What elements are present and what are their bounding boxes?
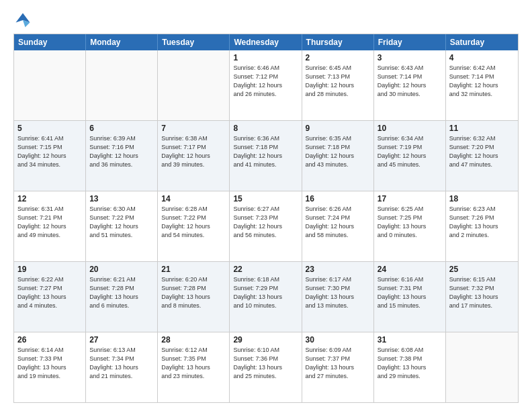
day-number: 12 (17, 194, 82, 203)
day-info: Sunrise: 6:20 AM Sunset: 7:28 PM Dayligh… (161, 275, 226, 310)
day-info: Sunrise: 6:30 AM Sunset: 7:22 PM Dayligh… (89, 205, 154, 240)
day-cell-13: 13Sunrise: 6:30 AM Sunset: 7:22 PM Dayli… (86, 191, 158, 261)
day-headers-row: SundayMondayTuesdayWednesdayThursdayFrid… (14, 34, 518, 50)
day-info: Sunrise: 6:32 AM Sunset: 7:20 PM Dayligh… (449, 134, 515, 169)
header (13, 11, 519, 30)
day-number: 23 (306, 265, 370, 274)
day-info: Sunrise: 6:14 AM Sunset: 7:33 PM Dayligh… (17, 346, 82, 381)
day-header-monday: Monday (86, 34, 158, 50)
day-cell-21: 21Sunrise: 6:20 AM Sunset: 7:28 PM Dayli… (158, 262, 230, 332)
week-row-4: 19Sunrise: 6:22 AM Sunset: 7:27 PM Dayli… (14, 262, 518, 332)
logo (13, 11, 35, 30)
day-header-tuesday: Tuesday (158, 34, 230, 50)
day-number: 30 (306, 335, 370, 345)
day-cell-8: 8Sunrise: 6:36 AM Sunset: 7:18 PM Daylig… (230, 121, 302, 191)
day-info: Sunrise: 6:35 AM Sunset: 7:18 PM Dayligh… (306, 134, 370, 169)
day-info: Sunrise: 6:23 AM Sunset: 7:26 PM Dayligh… (449, 205, 515, 240)
day-cell-4: 4Sunrise: 6:42 AM Sunset: 7:14 PM Daylig… (446, 50, 518, 120)
day-cell-30: 30Sunrise: 6:09 AM Sunset: 7:37 PM Dayli… (302, 332, 374, 402)
day-cell-25: 25Sunrise: 6:15 AM Sunset: 7:32 PM Dayli… (446, 262, 518, 332)
day-header-friday: Friday (374, 34, 446, 50)
day-info: Sunrise: 6:26 AM Sunset: 7:24 PM Dayligh… (306, 205, 370, 240)
day-number: 9 (306, 124, 370, 133)
day-number: 5 (17, 124, 82, 133)
day-number: 7 (161, 124, 226, 133)
day-cell-9: 9Sunrise: 6:35 AM Sunset: 7:18 PM Daylig… (302, 121, 374, 191)
day-info: Sunrise: 6:36 AM Sunset: 7:18 PM Dayligh… (233, 134, 298, 169)
day-number: 28 (161, 335, 226, 345)
day-info: Sunrise: 6:45 AM Sunset: 7:13 PM Dayligh… (306, 64, 370, 99)
day-number: 18 (449, 194, 515, 203)
day-info: Sunrise: 6:22 AM Sunset: 7:27 PM Dayligh… (17, 275, 82, 310)
day-info: Sunrise: 6:38 AM Sunset: 7:17 PM Dayligh… (161, 134, 226, 169)
day-number: 1 (233, 53, 298, 62)
day-number: 20 (89, 265, 154, 274)
empty-day-cell (14, 50, 86, 120)
day-cell-5: 5Sunrise: 6:41 AM Sunset: 7:15 PM Daylig… (14, 121, 86, 191)
day-number: 8 (233, 124, 298, 133)
day-header-sunday: Sunday (14, 34, 86, 50)
calendar: SundayMondayTuesdayWednesdayThursdayFrid… (13, 34, 519, 403)
svg-marker-0 (16, 13, 30, 23)
day-number: 24 (378, 265, 442, 274)
day-cell-10: 10Sunrise: 6:34 AM Sunset: 7:19 PM Dayli… (374, 121, 446, 191)
day-cell-26: 26Sunrise: 6:14 AM Sunset: 7:33 PM Dayli… (14, 332, 86, 402)
day-cell-16: 16Sunrise: 6:26 AM Sunset: 7:24 PM Dayli… (302, 191, 374, 261)
day-info: Sunrise: 6:31 AM Sunset: 7:21 PM Dayligh… (17, 205, 82, 240)
day-info: Sunrise: 6:18 AM Sunset: 7:29 PM Dayligh… (233, 275, 298, 310)
day-cell-14: 14Sunrise: 6:28 AM Sunset: 7:22 PM Dayli… (158, 191, 230, 261)
day-info: Sunrise: 6:16 AM Sunset: 7:31 PM Dayligh… (378, 275, 442, 310)
day-cell-18: 18Sunrise: 6:23 AM Sunset: 7:26 PM Dayli… (446, 191, 518, 261)
day-number: 2 (306, 53, 370, 62)
day-number: 19 (17, 265, 82, 274)
day-info: Sunrise: 6:27 AM Sunset: 7:23 PM Dayligh… (233, 205, 298, 240)
day-cell-24: 24Sunrise: 6:16 AM Sunset: 7:31 PM Dayli… (374, 262, 446, 332)
week-row-1: 1Sunrise: 6:46 AM Sunset: 7:12 PM Daylig… (14, 50, 518, 121)
day-info: Sunrise: 6:08 AM Sunset: 7:38 PM Dayligh… (378, 346, 442, 381)
day-number: 17 (378, 194, 442, 203)
day-number: 13 (89, 194, 154, 203)
day-header-saturday: Saturday (446, 34, 518, 50)
week-row-3: 12Sunrise: 6:31 AM Sunset: 7:21 PM Dayli… (14, 191, 518, 262)
calendar-body: 1Sunrise: 6:46 AM Sunset: 7:12 PM Daylig… (14, 50, 518, 402)
day-cell-27: 27Sunrise: 6:13 AM Sunset: 7:34 PM Dayli… (86, 332, 158, 402)
day-cell-20: 20Sunrise: 6:21 AM Sunset: 7:28 PM Dayli… (86, 262, 158, 332)
week-row-5: 26Sunrise: 6:14 AM Sunset: 7:33 PM Dayli… (14, 332, 518, 402)
empty-day-cell (158, 50, 230, 120)
day-cell-11: 11Sunrise: 6:32 AM Sunset: 7:20 PM Dayli… (446, 121, 518, 191)
day-cell-31: 31Sunrise: 6:08 AM Sunset: 7:38 PM Dayli… (374, 332, 446, 402)
day-cell-22: 22Sunrise: 6:18 AM Sunset: 7:29 PM Dayli… (230, 262, 302, 332)
day-info: Sunrise: 6:17 AM Sunset: 7:30 PM Dayligh… (306, 275, 370, 310)
day-info: Sunrise: 6:09 AM Sunset: 7:37 PM Dayligh… (306, 346, 370, 381)
day-info: Sunrise: 6:13 AM Sunset: 7:34 PM Dayligh… (89, 346, 154, 381)
day-number: 27 (89, 335, 154, 345)
day-number: 26 (17, 335, 82, 345)
day-info: Sunrise: 6:12 AM Sunset: 7:35 PM Dayligh… (161, 346, 226, 381)
day-info: Sunrise: 6:25 AM Sunset: 7:25 PM Dayligh… (378, 205, 442, 240)
day-cell-19: 19Sunrise: 6:22 AM Sunset: 7:27 PM Dayli… (14, 262, 86, 332)
day-number: 6 (89, 124, 154, 133)
day-cell-28: 28Sunrise: 6:12 AM Sunset: 7:35 PM Dayli… (158, 332, 230, 402)
day-cell-29: 29Sunrise: 6:10 AM Sunset: 7:36 PM Dayli… (230, 332, 302, 402)
day-number: 25 (449, 265, 515, 274)
page: SundayMondayTuesdayWednesdayThursdayFrid… (0, 0, 532, 411)
day-number: 10 (378, 124, 442, 133)
day-number: 31 (378, 335, 442, 345)
day-info: Sunrise: 6:39 AM Sunset: 7:16 PM Dayligh… (89, 134, 154, 169)
day-info: Sunrise: 6:28 AM Sunset: 7:22 PM Dayligh… (161, 205, 226, 240)
day-cell-2: 2Sunrise: 6:45 AM Sunset: 7:13 PM Daylig… (302, 50, 374, 120)
day-info: Sunrise: 6:42 AM Sunset: 7:14 PM Dayligh… (449, 64, 515, 99)
day-number: 15 (233, 194, 298, 203)
day-number: 3 (378, 53, 442, 62)
day-cell-17: 17Sunrise: 6:25 AM Sunset: 7:25 PM Dayli… (374, 191, 446, 261)
empty-day-cell (446, 332, 518, 402)
day-info: Sunrise: 6:21 AM Sunset: 7:28 PM Dayligh… (89, 275, 154, 310)
day-info: Sunrise: 6:43 AM Sunset: 7:14 PM Dayligh… (378, 64, 442, 99)
day-info: Sunrise: 6:34 AM Sunset: 7:19 PM Dayligh… (378, 134, 442, 169)
day-number: 22 (233, 265, 298, 274)
day-number: 14 (161, 194, 226, 203)
day-header-thursday: Thursday (302, 34, 374, 50)
day-header-wednesday: Wednesday (230, 34, 302, 50)
day-info: Sunrise: 6:41 AM Sunset: 7:15 PM Dayligh… (17, 134, 82, 169)
day-cell-6: 6Sunrise: 6:39 AM Sunset: 7:16 PM Daylig… (86, 121, 158, 191)
